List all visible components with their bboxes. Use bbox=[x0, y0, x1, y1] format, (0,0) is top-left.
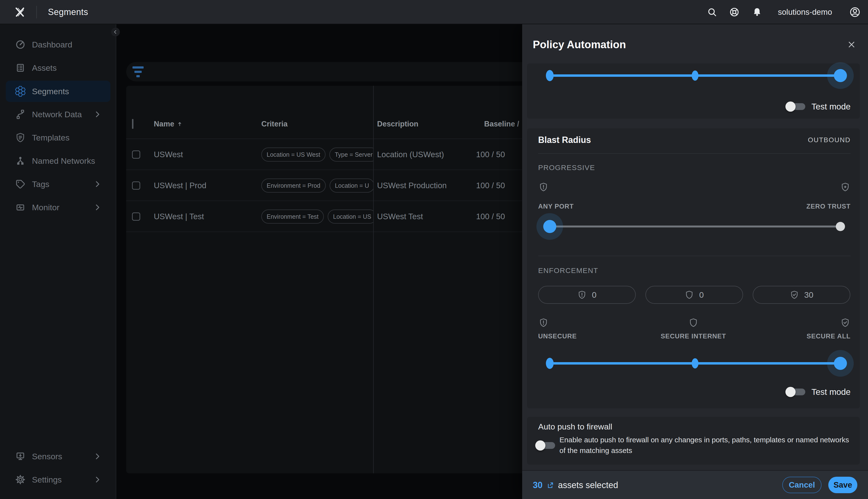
slider-thumb[interactable] bbox=[834, 357, 847, 370]
network-data-icon bbox=[15, 109, 26, 120]
account-icon[interactable] bbox=[849, 6, 861, 18]
column-header-name[interactable]: Name bbox=[154, 120, 183, 129]
segments-icon bbox=[15, 86, 26, 97]
row-checkbox[interactable] bbox=[132, 139, 140, 170]
cancel-button[interactable]: Cancel bbox=[782, 477, 821, 493]
criteria-chip: Environment = Prod bbox=[261, 179, 326, 193]
divider bbox=[538, 153, 851, 154]
table-header: Name Criteria Description Baseline / bbox=[126, 86, 522, 139]
table-row[interactable]: USWest | Test Environment = TestLocation… bbox=[126, 201, 522, 232]
enforcement-slider[interactable] bbox=[550, 356, 840, 370]
assets-selected-count[interactable]: 30 bbox=[533, 480, 543, 490]
save-button[interactable]: Save bbox=[828, 477, 857, 493]
help-icon[interactable] bbox=[729, 7, 740, 17]
segments-table: Name Criteria Description Baseline / USW… bbox=[126, 86, 522, 473]
settings-icon bbox=[15, 474, 26, 485]
sidebar-item-tags[interactable]: Tags bbox=[6, 173, 110, 195]
sidebar-item-label: Segments bbox=[32, 87, 69, 96]
monitor-icon bbox=[15, 202, 26, 213]
column-header-baseline[interactable]: Baseline / bbox=[484, 120, 522, 129]
chevron-right-icon bbox=[93, 110, 102, 119]
row-checkbox[interactable] bbox=[132, 201, 140, 232]
dashboard-icon bbox=[15, 39, 26, 50]
sidebar-item-label: Sensors bbox=[32, 452, 62, 461]
zero-trust-label: ZERO TRUST bbox=[806, 201, 851, 212]
segment-name: USWest | Test bbox=[154, 201, 204, 232]
shield-check-icon bbox=[840, 318, 850, 328]
sidebar-item-label: Tags bbox=[32, 180, 49, 189]
filter-icon[interactable] bbox=[133, 66, 144, 77]
sidebar-item-monitor[interactable]: Monitor bbox=[6, 197, 110, 218]
column-header-description[interactable]: Description bbox=[377, 120, 419, 129]
sort-asc-icon bbox=[176, 120, 183, 127]
sidebar-item-network-data[interactable]: Network Data bbox=[6, 104, 110, 125]
slider-thumb[interactable] bbox=[543, 220, 556, 233]
segment-description: USWest Production bbox=[377, 170, 447, 201]
enforcement-count: 30 bbox=[804, 290, 814, 300]
sidebar: Dashboard Assets Segments Network Data T… bbox=[0, 24, 116, 499]
shield-alert-icon bbox=[538, 318, 548, 328]
column-header-criteria[interactable]: Criteria bbox=[261, 120, 288, 129]
table-row[interactable]: USWest Location = US WestType = Server L… bbox=[126, 139, 522, 170]
topbar: Segments solutions-demo bbox=[0, 0, 868, 24]
sidebar-item-named-networks[interactable]: Named Networks bbox=[6, 150, 110, 171]
sidebar-item-assets[interactable]: Assets bbox=[6, 57, 110, 78]
sidebar-item-label: Dashboard bbox=[32, 40, 72, 49]
auto-push-card: Auto push to firewall Enable auto push t… bbox=[527, 417, 860, 465]
policy-automation-panel: Policy Automation Test mode Blast Radius… bbox=[522, 24, 868, 499]
sidebar-item-label: Settings bbox=[32, 475, 62, 485]
topbar-divider bbox=[36, 6, 37, 19]
shield-star-icon bbox=[840, 182, 850, 192]
external-link-icon[interactable] bbox=[546, 481, 554, 489]
page-title: Segments bbox=[48, 0, 88, 24]
criteria-chip: Location = US bbox=[328, 209, 373, 223]
attack-surface-card: Test mode bbox=[527, 63, 860, 119]
test-mode-row: Test mode bbox=[785, 387, 851, 397]
auto-push-description: Enable auto push to firewall on any chan… bbox=[559, 435, 850, 456]
criteria-chip: Location = U bbox=[330, 179, 373, 193]
progressive-slider[interactable] bbox=[550, 220, 840, 233]
sidebar-item-settings[interactable]: Settings bbox=[6, 469, 110, 490]
table-row[interactable]: USWest | Prod Environment = ProdLocation… bbox=[126, 170, 522, 201]
test-mode-label: Test mode bbox=[811, 387, 851, 397]
select-all-checkbox[interactable] bbox=[132, 120, 134, 129]
enforcement-unsecure-button[interactable]: 0 bbox=[538, 286, 636, 304]
panel-title: Policy Automation bbox=[533, 24, 626, 65]
sidebar-item-label: Assets bbox=[32, 63, 57, 73]
progressive-label: PROGRESSIVE bbox=[538, 162, 595, 173]
close-icon[interactable] bbox=[847, 40, 856, 49]
tags-icon bbox=[15, 179, 26, 190]
sidebar-item-segments[interactable]: Segments bbox=[6, 81, 110, 102]
column-divider bbox=[373, 86, 374, 473]
account-name[interactable]: solutions-demo bbox=[778, 0, 832, 24]
any-port-label: ANY PORT bbox=[538, 201, 574, 212]
slider-thumb[interactable] bbox=[834, 69, 847, 82]
row-checkbox[interactable] bbox=[132, 170, 140, 201]
segment-description: Location (USWest) bbox=[377, 139, 444, 170]
search-icon[interactable] bbox=[707, 7, 717, 17]
divider bbox=[538, 256, 851, 256]
chevron-right-icon bbox=[93, 452, 102, 461]
auto-push-toggle[interactable] bbox=[535, 440, 556, 451]
test-mode-toggle[interactable] bbox=[785, 387, 806, 397]
chevron-right-icon bbox=[93, 203, 102, 212]
segment-description: USWest Test bbox=[377, 201, 423, 232]
brand-logo-icon[interactable] bbox=[14, 6, 26, 19]
sidebar-item-dashboard[interactable]: Dashboard bbox=[6, 34, 110, 55]
criteria-chip: Location = US West bbox=[261, 147, 325, 161]
main-content: Name Criteria Description Baseline / USW… bbox=[116, 24, 522, 499]
sidebar-collapse-button[interactable] bbox=[111, 28, 120, 36]
enforcement-secure-internet-button[interactable]: 0 bbox=[645, 286, 743, 304]
secure-all-label: SECURE ALL bbox=[806, 331, 851, 342]
notifications-icon[interactable] bbox=[752, 7, 762, 17]
sidebar-item-label: Network Data bbox=[32, 110, 82, 119]
test-mode-toggle[interactable] bbox=[785, 101, 806, 112]
named-networks-icon bbox=[15, 156, 26, 166]
sidebar-item-templates[interactable]: Templates bbox=[6, 127, 110, 148]
segment-baseline: 100 / 50 bbox=[458, 170, 505, 201]
sidebar-item-sensors[interactable]: Sensors bbox=[6, 446, 110, 467]
enforcement-secure-all-button[interactable]: 30 bbox=[753, 286, 850, 304]
attack-surface-slider[interactable] bbox=[550, 69, 840, 82]
shield-plain-icon bbox=[689, 318, 698, 328]
chevron-right-icon bbox=[93, 475, 102, 484]
